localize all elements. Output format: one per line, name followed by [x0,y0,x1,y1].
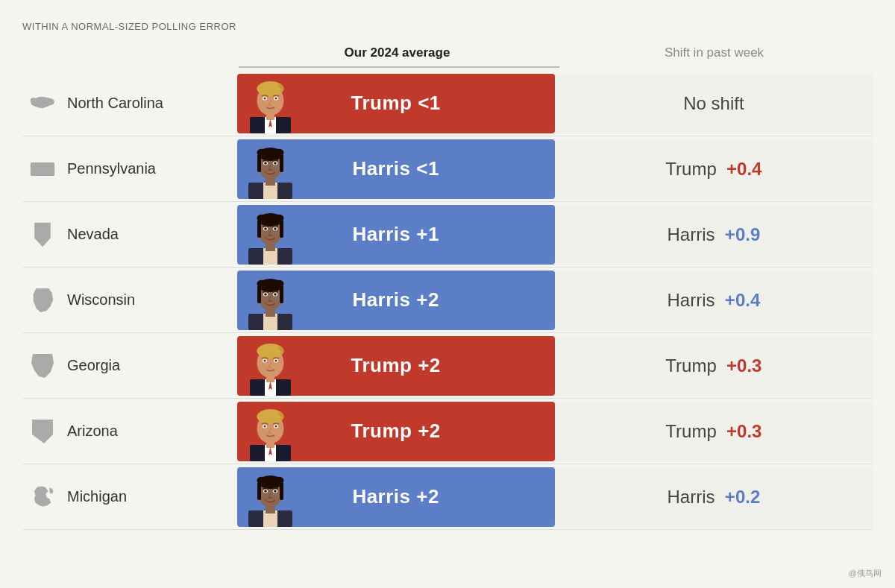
svg-point-9 [275,97,277,99]
state-icon [28,483,57,511]
shift-text: Trump +0.4 [665,159,761,180]
state-name: Michigan [67,488,127,505]
svg-point-8 [264,97,266,99]
svg-rect-28 [257,220,261,238]
state-name: Arizona [67,423,118,440]
shift-text: Harris +0.2 [668,487,761,508]
shift-col: Harris +0.4 [555,271,873,330]
shift-col: Trump +0.4 [555,139,873,199]
candidate-portrait [237,467,304,527]
avg-col: Trump <1 [237,74,555,133]
candidate-portrait [237,402,304,461]
state-col: Michigan [22,483,237,511]
svg-rect-10 [31,162,54,176]
shift-text: Trump +0.3 [665,355,761,376]
header-divider [239,66,559,68]
svg-point-65 [264,425,266,427]
state-name: Georgia [67,357,120,374]
state-icon [28,417,57,446]
svg-point-46 [274,293,277,296]
state-name: Pennsylvania [67,160,156,177]
svg-point-66 [275,425,277,427]
candidate-portrait [237,74,304,133]
avg-text: Harris +2 [352,485,439,508]
state-icon [28,89,57,118]
avg-col: Trump +2 [237,336,555,396]
state-icon [28,155,57,183]
svg-point-5 [257,81,284,96]
svg-rect-41 [280,285,283,303]
state-col: Wisconsin [22,286,237,314]
candidate-portrait [237,271,304,330]
svg-point-56 [275,359,277,361]
avg-text: Harris +1 [352,223,439,246]
state-name: Wisconsin [67,291,135,309]
svg-rect-17 [280,154,283,172]
avg-col: Harris +1 [237,205,555,265]
svg-point-34 [274,227,277,230]
state-name: Nevada [67,226,119,243]
header-avg-label: Our 2024 average [239,45,556,60]
avg-text: Harris <1 [352,157,439,180]
header-shift-label: Shift in past week [556,45,873,60]
table-row: North Carolina Trump <1No shift [22,71,873,136]
watermark: @俄鸟网 [849,568,882,579]
avg-text: Trump +2 [351,420,440,443]
state-col: Nevada [22,221,237,249]
svg-point-55 [264,359,266,361]
shift-col: Harris +0.9 [555,205,873,265]
svg-point-21 [264,162,267,165]
shift-text: Harris +0.4 [668,290,761,311]
state-name: North Carolina [67,95,163,112]
state-col: Arizona [22,417,237,446]
no-shift-text: No shift [683,93,744,114]
avg-col: Harris +2 [237,271,555,330]
svg-point-45 [264,293,267,296]
table-row: Wisconsin Harris +2Harris +0.4 [22,268,873,333]
svg-point-52 [257,344,284,358]
avg-text: Harris +2 [352,288,439,312]
svg-point-62 [257,409,284,424]
shift-col: Trump +0.3 [555,336,873,396]
candidate-portrait [237,139,304,199]
avg-text: Trump +2 [351,354,440,377]
state-col: Georgia [22,352,237,380]
state-col: Pennsylvania [22,155,237,183]
avg-col: Harris +2 [237,467,555,527]
state-col: North Carolina [22,89,237,118]
table-row: Pennsylvania Harris <1Trump +0.4 [22,136,873,202]
svg-rect-29 [280,220,283,238]
svg-rect-16 [257,154,261,172]
avg-text: Trump <1 [351,92,440,115]
table-row: Nevada Harris +1Harris +0.9 [22,202,873,268]
page-subtitle: WITHIN A NORMAL-SIZED POLLING ERROR [22,21,873,32]
svg-point-77 [264,490,267,493]
svg-rect-40 [257,285,261,303]
shift-col: Trump +0.3 [555,402,873,461]
table-row: Georgia Trump +2Trump +0.3 [22,333,873,399]
header-row: Our 2024 average Shift in past week [22,45,873,60]
svg-point-78 [274,490,277,493]
state-icon [28,352,57,380]
avg-col: Trump +2 [237,402,555,461]
state-icon [28,286,57,314]
state-icon [28,221,57,249]
svg-rect-72 [257,482,261,500]
svg-point-22 [274,162,277,165]
data-table: North Carolina Trump <1No shiftPennsylva… [22,71,873,530]
candidate-portrait [237,205,304,265]
candidate-portrait [237,336,304,396]
table-row: Michigan Harris +2Harris +0.2 [22,464,873,530]
svg-point-33 [264,227,267,230]
shift-text: Trump +0.3 [665,421,761,442]
avg-col: Harris <1 [237,139,555,199]
table-row: Arizona Trump +2Trump +0.3 [22,399,873,464]
shift-text: Harris +0.9 [668,224,761,245]
svg-rect-73 [280,482,283,500]
shift-col: No shift [555,74,873,133]
shift-col: Harris +0.2 [555,467,873,527]
